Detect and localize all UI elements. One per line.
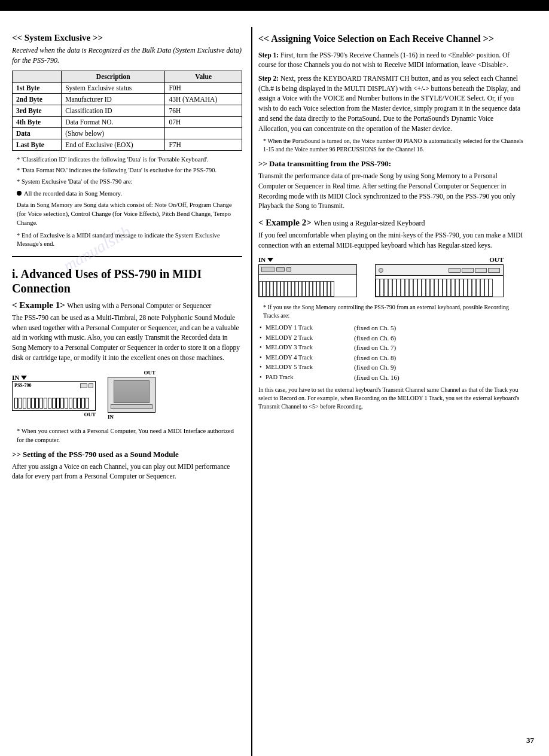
- track-row: MELODY 3 Track(fixed on Ch. 7): [258, 343, 525, 353]
- out-label1: OUT: [84, 411, 96, 417]
- right-diagram-area: IN: [258, 256, 525, 297]
- bullet-note-text: All the recorded data in Song Memory.: [24, 189, 122, 198]
- table-cell-desc: Manufacturer ID: [62, 93, 165, 105]
- key: [388, 279, 392, 297]
- step1-text: First, turn the PSS-790's Receive Channe…: [258, 51, 510, 69]
- footnote-2: 'Data Format NO.' indicates the followin…: [12, 166, 242, 175]
- key: [392, 279, 396, 297]
- key: [77, 398, 81, 409]
- track-channel: (fixed on Ch. 9): [354, 362, 396, 373]
- left-diagram: IN PSS-790: [12, 370, 242, 420]
- sys-ex-title: << System Exclusive >>: [12, 33, 242, 43]
- key: [384, 279, 388, 297]
- table-row: 2nd ByteManufacturer ID43H (YAMAHA): [13, 93, 242, 105]
- key: [426, 279, 430, 297]
- setting-body: After you assign a Voice on each Channel…: [12, 462, 242, 481]
- table-cell-byte: 4th Byte: [13, 116, 62, 127]
- arrow-down-icon: [21, 376, 27, 380]
- synth-keys: [14, 398, 93, 409]
- track-name: MELODY 1 Track: [258, 323, 342, 333]
- track-row: MELODY 1 Track(fixed on Ch. 5): [258, 323, 525, 333]
- data-trans-title: >> Data transmitting from the PSS-790:: [258, 159, 525, 169]
- black-dot-icon: [17, 191, 22, 196]
- content-area: << System Exclusive >> Received when the…: [0, 27, 549, 756]
- track-name: MELODY 5 Track: [258, 362, 342, 372]
- key: [65, 398, 68, 409]
- table-cell-value: F7H: [165, 139, 242, 150]
- table-cell-value: 07H: [165, 116, 242, 127]
- right-column: << Assigning Voice Selection on Each Rec…: [251, 27, 537, 756]
- key: [35, 398, 39, 409]
- out-label2: OUT: [144, 370, 155, 376]
- large-keyboard: OUT: [375, 256, 504, 297]
- key: [447, 279, 451, 297]
- key: [468, 279, 472, 297]
- key: [27, 398, 30, 409]
- table-cell-value: 43H (YAMAHA): [165, 93, 242, 105]
- page-number: 37: [526, 736, 534, 745]
- pss790-right: IN: [258, 256, 357, 297]
- table-cell-value: [165, 127, 242, 139]
- key: [476, 279, 480, 297]
- table-cell-value: 76H: [165, 105, 242, 116]
- step2-block: Step 2: Next, press the KEYBOARD TRANSMI…: [258, 74, 525, 133]
- col-header-byte: [13, 71, 62, 82]
- table-cell-desc: System Exclusive status: [62, 82, 165, 93]
- key: [81, 398, 85, 409]
- track-channel: (fixed on Ch. 8): [354, 353, 396, 363]
- table-cell-desc: Classification ID: [62, 105, 165, 116]
- step1-label: Step 1:: [258, 51, 279, 59]
- footnote-1: 'Classification ID' indicates the follow…: [12, 156, 242, 164]
- track-channel: (fixed on Ch. 5): [354, 323, 396, 333]
- key: [73, 398, 77, 409]
- key: [376, 279, 380, 297]
- key: [480, 279, 484, 297]
- example2-title: < Example 2> When using a Regular-sized …: [258, 217, 525, 228]
- page: << System Exclusive >> Received when the…: [0, 0, 549, 756]
- right-out-label: OUT: [489, 256, 504, 263]
- table-row: Last ByteEnd of Exclusive (EOX)F7H: [13, 139, 242, 150]
- sys-ex-subtitle: Received when the data is Recognized as …: [12, 45, 242, 66]
- left-synth-row: IN PSS-790: [12, 370, 242, 420]
- key: [459, 279, 463, 297]
- in-label-left: IN: [12, 374, 27, 381]
- computer-screen: [114, 380, 150, 403]
- arrow-down-right-icon: [267, 258, 273, 262]
- top-bar: [0, 0, 549, 11]
- track-channel: (fixed on Ch. 6): [354, 333, 396, 343]
- col-header-value: Value: [165, 71, 242, 82]
- table-cell-byte: 3rd Byte: [13, 105, 62, 116]
- key: [430, 279, 434, 297]
- left-column: << System Exclusive >> Received when the…: [0, 27, 251, 756]
- table-row: 1st ByteSystem Exclusive statusF0H: [13, 82, 242, 93]
- key: [463, 279, 468, 297]
- key: [434, 279, 438, 297]
- setting-title: >> Setting of the PSS-790 used as a Soun…: [12, 450, 242, 459]
- in-label2: IN: [108, 414, 114, 420]
- key: [86, 398, 89, 409]
- advanced-title: i. Advanced Uses of PSS-790 in MIDI Conn…: [12, 267, 242, 295]
- key: [422, 279, 426, 297]
- track-row: MELODY 5 Track(fixed on Ch. 9): [258, 362, 525, 373]
- table-cell-desc: (Show below): [62, 127, 165, 139]
- synth-body: PSS-790: [12, 381, 96, 411]
- key: [52, 398, 56, 409]
- bullet-note-row: All the recorded data in Song Memory.: [17, 189, 242, 198]
- track-row: PAD Track(fixed on Ch. 16): [258, 373, 525, 383]
- body-note: Data in Song Memory are Song data which …: [12, 200, 242, 228]
- table-cell-byte: 1st Byte: [13, 82, 62, 93]
- example2-body: If you feel uncomfortable when playing o…: [258, 230, 525, 250]
- key: [14, 398, 18, 409]
- section-divider: [12, 256, 242, 257]
- footnote-3: * System Exclusive 'Data' of the PSS-790…: [12, 178, 242, 187]
- key: [484, 279, 489, 297]
- key: [455, 279, 459, 297]
- key: [443, 279, 447, 297]
- table-cell-byte: Data: [13, 127, 62, 139]
- step2-text: Next, press the KEYBOARD TRANSMIT CH but…: [258, 75, 520, 132]
- track-name: MELODY 4 Track: [258, 353, 342, 362]
- example1-body: The PSS-790 can be used as a Multi-Timbr…: [12, 313, 242, 362]
- table-cell-desc: Data Format NO.: [62, 116, 165, 127]
- data-trans-body: Transmit the performance data of pre-mad…: [258, 171, 525, 211]
- sys-ex-table: Description Value 1st ByteSystem Exclusi…: [12, 71, 242, 151]
